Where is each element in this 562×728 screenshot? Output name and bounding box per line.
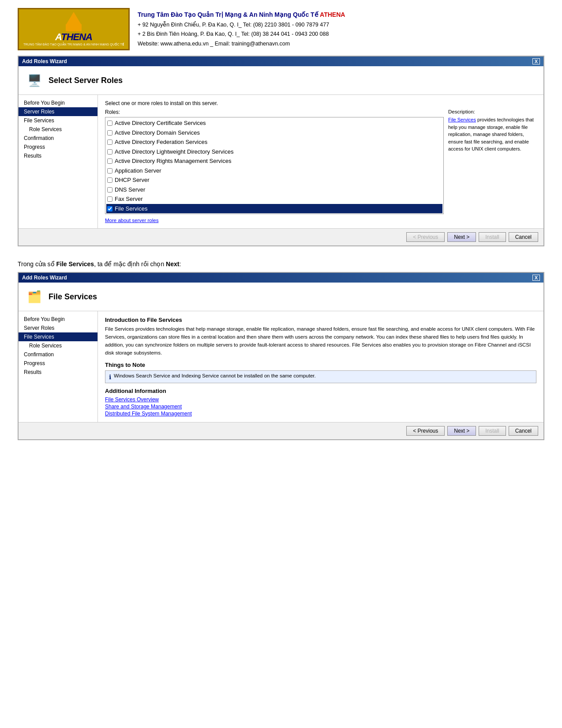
wizard2-main: Introduction to File Services File Servi…	[98, 311, 543, 422]
sidebar-item-before-you-begin[interactable]: Before You Begin	[19, 98, 97, 107]
header-line3: Website: www.athena.edu.vn _ Email: trai…	[138, 39, 345, 49]
role-label: Active Directory Lightweight Directory S…	[115, 147, 233, 156]
file-services-icon: 🗂️	[27, 290, 41, 304]
sidebar-item-server-roles[interactable]: Server Roles	[19, 107, 97, 116]
sidebar2-item-confirmation[interactable]: Confirmation	[19, 350, 97, 359]
logo-box: ATHENA TRUNG TÂM ĐÀO TẠO QUẢN TRỊ MẠNG &…	[18, 8, 130, 50]
role-item[interactable]: Application Server	[106, 166, 442, 176]
sidebar-item-role-services[interactable]: Role Services	[19, 125, 97, 134]
wizard2-install-button[interactable]: Install	[479, 426, 506, 436]
wizard1-main: Select one or more roles to install on t…	[98, 95, 543, 228]
role-item[interactable]: DHCP Server	[106, 175, 442, 185]
wizard1-cancel-button[interactable]: Cancel	[509, 232, 538, 242]
wizard2-next-button[interactable]: Next >	[447, 426, 476, 436]
role-checkbox[interactable]	[107, 149, 112, 155]
role-checkbox[interactable]	[107, 206, 112, 211]
role-item[interactable]: Active Directory Certificate Services	[106, 118, 442, 128]
role-label: Active Directory Rights Management Servi…	[115, 157, 231, 166]
role-label: Network Policy and Access Services	[115, 214, 207, 214]
role-item[interactable]: Active Directory Domain Services	[106, 128, 442, 138]
wizard2-body: 🗂️ File Services Before You Begin Server…	[19, 283, 543, 439]
role-item[interactable]: File Services	[106, 204, 442, 214]
wizard1-description: Description: File Services provides tech…	[448, 109, 536, 223]
role-checkbox[interactable]	[107, 130, 112, 136]
role-label: Application Server	[115, 166, 161, 175]
role-checkbox[interactable]	[107, 158, 112, 164]
wizard2-titlebar: Add Roles Wizard X	[19, 273, 543, 283]
logo-a: A	[55, 31, 61, 42]
role-checkbox[interactable]	[107, 168, 112, 174]
sidebar-item-results[interactable]: Results	[19, 151, 97, 160]
role-checkbox[interactable]	[107, 187, 112, 192]
wizard2-previous-button[interactable]: < Previous	[406, 426, 445, 436]
more-about-roles-link[interactable]: More about server roles	[105, 218, 444, 223]
main-content: Add Roles Wizard X 🖥️ Select Server Role…	[0, 56, 562, 456]
role-item[interactable]: Active Directory Rights Management Servi…	[106, 156, 442, 166]
wizard1-window: Add Roles Wizard X 🖥️ Select Server Role…	[18, 56, 544, 246]
wizard2-intro-title: Introduction to File Services	[105, 317, 536, 323]
header-title-line: Trung Tâm Đào Tạo Quản Trị Mạng & An Nin…	[138, 10, 345, 20]
role-checkbox[interactable]	[107, 196, 112, 202]
logo-triangle	[66, 12, 82, 25]
wizard1-close-button[interactable]: X	[532, 58, 540, 64]
wizard1-header-icon: 🖥️	[26, 72, 43, 89]
role-checkbox[interactable]	[107, 121, 112, 126]
header-line1: + 92 Nguyễn Đình Chiểu, P. Đa Kao, Q. I_…	[138, 20, 345, 30]
wizard2-note-text: Windows Search Service and Indexing Serv…	[114, 373, 316, 378]
file-services-link[interactable]: File Services	[448, 117, 476, 122]
sidebar-item-confirmation[interactable]: Confirmation	[19, 134, 97, 143]
role-checkbox[interactable]	[107, 177, 112, 183]
sidebar2-item-before-you-begin[interactable]: Before You Begin	[19, 315, 97, 324]
sidebar2-item-file-services[interactable]: File Services	[19, 332, 97, 341]
wizard1-install-button[interactable]: Install	[479, 232, 506, 242]
logo-image	[23, 12, 124, 31]
role-label: Active Directory Domain Services	[115, 128, 200, 137]
wizard1-next-button[interactable]: Next >	[447, 232, 476, 242]
logo-text: ATHENA	[23, 31, 124, 43]
sidebar-item-file-services[interactable]: File Services	[19, 116, 97, 125]
wizard1-desc-text: File Services provides technologies that…	[448, 116, 536, 153]
sidebar2-item-results[interactable]: Results	[19, 368, 97, 377]
wizard2-window: Add Roles Wizard X 🗂️ File Services Befo…	[18, 272, 544, 440]
role-label: File Services	[115, 204, 147, 213]
wizard2-title: Add Roles Wizard	[22, 275, 67, 281]
role-label: DNS Server	[115, 185, 145, 194]
role-label: Active Directory Certificate Services	[115, 119, 206, 128]
header-athena-label: ATHENA	[320, 11, 345, 18]
wizard1-select-text: Select one or more roles to install on t…	[105, 100, 536, 106]
role-item[interactable]: DNS Server	[106, 185, 442, 195]
role-item[interactable]: Active Directory Lightweight Directory S…	[106, 147, 442, 157]
sidebar2-item-progress[interactable]: Progress	[19, 359, 97, 368]
wizard1-roles-list[interactable]: Active Directory Certificate ServicesAct…	[105, 117, 444, 214]
role-item[interactable]: Active Directory Federation Services	[106, 137, 442, 147]
role-label: Fax Server	[115, 195, 143, 204]
wizard1-previous-button[interactable]: < Previous	[406, 232, 445, 242]
wizard1-titlebar: Add Roles Wizard X	[19, 57, 543, 66]
wizard1-roles-label: Roles:	[105, 109, 444, 115]
wizard1-footer: < Previous Next > Install Cancel	[19, 228, 543, 245]
role-item[interactable]: Fax Server	[106, 194, 442, 204]
wizard2-cancel-button[interactable]: Cancel	[509, 426, 538, 436]
sidebar2-item-server-roles[interactable]: Server Roles	[19, 324, 97, 332]
wizard2-header-icon: 🗂️	[26, 288, 43, 306]
wizard1-roles-left: Roles: Active Directory Certificate Serv…	[105, 109, 444, 223]
wizard1-header: 🖥️ Select Server Roles	[19, 66, 543, 95]
wizard1-roles-container: Roles: Active Directory Certificate Serv…	[105, 109, 536, 223]
wizard2-note-box: ℹ Windows Search Service and Indexing Se…	[105, 370, 536, 383]
sidebar-item-progress[interactable]: Progress	[19, 143, 97, 151]
wizard1-desc-title: Description:	[448, 109, 536, 114]
role-item[interactable]: Network Policy and Access Services	[106, 213, 442, 214]
share-storage-management-link[interactable]: Share and Storage Management	[105, 404, 536, 410]
header-line2: + 2 Bis Đinh Tiên Hoàng, P. Đa Kao, Q. I…	[138, 30, 345, 39]
wizard2-note-title: Things to Note	[105, 362, 536, 368]
header-info: Trung Tâm Đào Tạo Quản Trị Mạng & An Nin…	[138, 10, 345, 49]
wizard2-inner: Before You Begin Server Roles File Servi…	[19, 311, 543, 422]
role-label: Active Directory Federation Services	[115, 138, 207, 147]
wizard1-inner: Before You Begin Server Roles File Servi…	[19, 95, 543, 228]
distributed-fs-management-link[interactable]: Distributed File System Management	[105, 411, 536, 417]
sidebar2-item-role-services[interactable]: Role Services	[19, 341, 97, 350]
wizard2-close-button[interactable]: X	[532, 275, 540, 281]
file-services-overview-link[interactable]: File Services Overview	[105, 396, 536, 403]
wizard2-header: 🗂️ File Services	[19, 283, 543, 311]
role-checkbox[interactable]	[107, 140, 112, 145]
